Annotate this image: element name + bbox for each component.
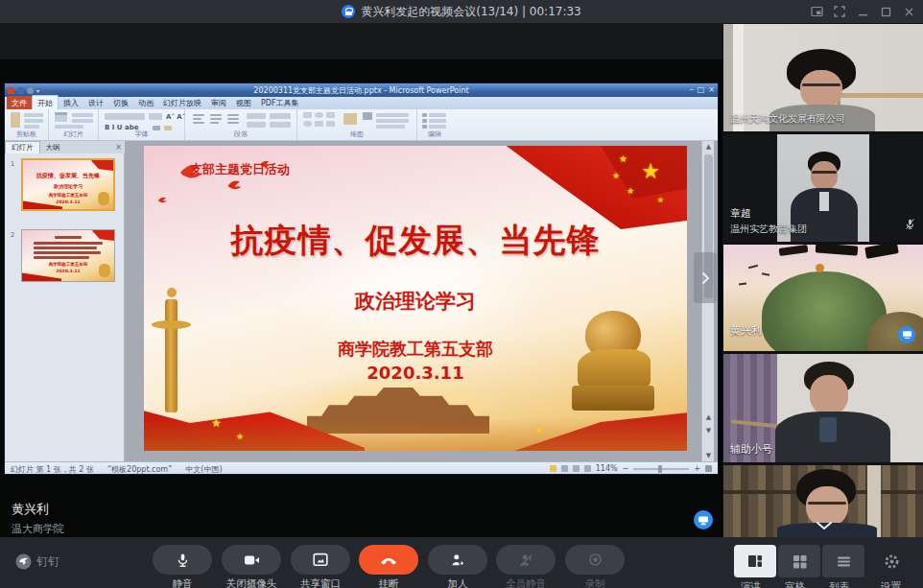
participant-tile-3-active-sharing[interactable]: 黄兴利 bbox=[723, 245, 923, 351]
view-grid-label: 宫格 bbox=[785, 580, 805, 588]
participant-tile-5[interactable] bbox=[723, 465, 923, 537]
fullscreen-icon[interactable] bbox=[833, 5, 846, 18]
mute-all-button[interactable]: 全员静音 bbox=[491, 545, 560, 588]
speaker-name: 黄兴利 bbox=[12, 501, 64, 518]
close-icon[interactable] bbox=[902, 5, 915, 18]
ppt-minimize-icon[interactable]: – bbox=[690, 84, 694, 95]
normal-view-icon[interactable] bbox=[550, 465, 556, 472]
mute-all-icon bbox=[518, 553, 533, 568]
lock-icon bbox=[342, 5, 355, 18]
scroll-down-icon[interactable]: ▼ bbox=[702, 450, 715, 461]
language-indicator: 中文(中国) bbox=[185, 464, 222, 475]
sidebar-collapse-handle[interactable] bbox=[694, 252, 717, 303]
dingtalk-logo-icon bbox=[15, 553, 32, 570]
slide-thumbnail-1[interactable]: 抗疫情、促发展、当先锋 政治理论学习 商学院教工第五支部 2020.3.11 bbox=[21, 158, 115, 211]
ppt-maximize-icon[interactable]: □ bbox=[698, 84, 705, 95]
tab-file[interactable]: 文件 bbox=[7, 96, 32, 109]
tab-view[interactable]: 视图 bbox=[231, 96, 256, 109]
speaker-view-icon bbox=[747, 554, 763, 568]
slide-department-text: 商学院教工第五支部 bbox=[144, 338, 687, 361]
more-participants-chevron-icon[interactable] bbox=[815, 517, 834, 535]
active-speaker-label: 黄兴利 温大商学院 bbox=[12, 501, 64, 536]
hangup-button[interactable]: 挂断 bbox=[354, 545, 423, 588]
ribbon-group-font: A˄ A˅ B I U abe 字体 bbox=[99, 109, 185, 140]
view-list-button[interactable] bbox=[822, 545, 864, 577]
reading-view-icon[interactable] bbox=[573, 465, 580, 472]
ribbon-group-slides: 幻灯片 bbox=[49, 109, 99, 140]
share-window-button[interactable]: 共享窗口 bbox=[286, 545, 355, 588]
participant-name: 辅助小号 bbox=[730, 442, 772, 457]
slide-number-2: 2 bbox=[11, 231, 14, 239]
view-grid-button[interactable] bbox=[778, 545, 820, 577]
shared-desktop-band bbox=[0, 23, 722, 59]
bottom-toolbar: 钉钉 静音 关闭摄像头 共享窗口 挂断 bbox=[0, 537, 923, 588]
fit-window-icon[interactable] bbox=[705, 465, 712, 472]
next-slide-icon[interactable]: ▼ bbox=[702, 425, 715, 436]
tab-pdf-tools[interactable]: PDF工具集 bbox=[256, 96, 304, 109]
ribbon-group-paragraph: 段落 bbox=[185, 109, 297, 140]
tab-design[interactable]: 设计 bbox=[83, 96, 108, 109]
slide-date-text: 2020.3.11 bbox=[144, 363, 687, 383]
participant-tile-2[interactable]: 章超 温州实艺教育集团 bbox=[723, 134, 923, 242]
ppt-status-bar: 幻灯片 第 1 张，共 2 张 “模板20ppt.com” 中文(中国) 114… bbox=[5, 461, 718, 474]
record-button[interactable]: 录制 bbox=[560, 545, 629, 588]
slide-counter: 幻灯片 第 1 张，共 2 张 bbox=[11, 464, 94, 475]
microphone-icon bbox=[176, 553, 190, 568]
tab-home[interactable]: 开始 bbox=[32, 95, 59, 109]
settings-button[interactable] bbox=[879, 549, 904, 574]
view-speaker-label: 演讲 bbox=[741, 580, 761, 588]
slides-panel: 幻灯片 大纲 × 1 抗疫情、促发展、当先锋 政治理论学习 商学院教工第五支部 … bbox=[5, 141, 125, 461]
theme-name: “模板20ppt.com” bbox=[107, 464, 172, 475]
ribbon-group-editing: 编辑 bbox=[417, 109, 452, 140]
tab-insert[interactable]: 插入 bbox=[59, 96, 83, 109]
settings-label: 设置 bbox=[881, 580, 901, 588]
participant-org: 温州实艺教育集团 bbox=[730, 223, 807, 236]
tab-slideshow[interactable]: 幻灯片放映 bbox=[158, 96, 206, 109]
meeting-title: 黄兴利发起的视频会议(13/14) | 00:17:33 bbox=[361, 4, 581, 20]
golden-lion-graphic bbox=[572, 311, 654, 411]
slide-thumbnail-2[interactable]: 商学院教工第五支部 2020.3.11 bbox=[21, 229, 115, 282]
slide-canvas: ★ ★ ★ ★ ★ bbox=[125, 141, 718, 461]
slide-subtitle-text: 政治理论学习 bbox=[144, 288, 687, 315]
view-list-label: 列表 bbox=[829, 580, 849, 588]
mute-button[interactable]: 静音 bbox=[148, 545, 217, 588]
sorter-view-icon[interactable] bbox=[561, 465, 568, 472]
screen-share-icon bbox=[694, 510, 713, 529]
zoom-out-icon[interactable]: − bbox=[623, 464, 629, 473]
slide-badge-text: 支部主题党日活动 bbox=[190, 161, 290, 178]
minimize-icon[interactable] bbox=[856, 5, 869, 18]
add-person-button[interactable]: 加人 bbox=[423, 545, 492, 588]
pip-mode-icon[interactable] bbox=[810, 5, 823, 18]
camera-off-button[interactable]: 关闭摄像头 bbox=[217, 545, 286, 588]
participant-label: 温州天鸿文化发展有限公司 bbox=[730, 112, 845, 126]
tab-transitions[interactable]: 切换 bbox=[108, 96, 133, 109]
participant-tile-1[interactable]: 温州天鸿文化发展有限公司 bbox=[723, 24, 923, 131]
ribbon-tab-bar: 文件 开始 插入 设计 切换 动画 幻灯片放映 审阅 视图 PDF工具集 bbox=[5, 97, 718, 109]
view-speaker-button[interactable] bbox=[734, 545, 776, 577]
participant-name: 章超 bbox=[730, 206, 807, 221]
camera-icon bbox=[244, 553, 260, 567]
panel-tab-slides[interactable]: 幻灯片 bbox=[5, 141, 40, 153]
zoom-in-icon[interactable]: + bbox=[694, 464, 700, 473]
slideshow-view-icon[interactable] bbox=[584, 465, 591, 472]
zoom-slider[interactable] bbox=[633, 468, 689, 470]
previous-slide-icon[interactable]: ▲ bbox=[702, 412, 715, 423]
maximize-icon[interactable] bbox=[879, 5, 892, 18]
meeting-window: 黄兴利发起的视频会议(13/14) | 00:17:33 bbox=[0, 0, 923, 588]
participant-tile-4[interactable]: 辅助小号 bbox=[723, 354, 923, 462]
tab-animations[interactable]: 动画 bbox=[133, 96, 158, 109]
slide-number-1: 1 bbox=[11, 160, 14, 168]
ribbon-group-drawing: 绘图 bbox=[297, 109, 417, 140]
tab-review[interactable]: 审阅 bbox=[206, 96, 231, 109]
powerpoint-titlebar: ▾ 20200311党支部主题党日活动.pptx - Microsoft Pow… bbox=[5, 83, 718, 97]
titlebar: 黄兴利发起的视频会议(13/14) | 00:17:33 bbox=[0, 0, 923, 23]
ppt-close-icon[interactable]: × bbox=[708, 84, 715, 95]
gear-icon bbox=[884, 553, 900, 570]
dingtalk-brand: 钉钉 bbox=[15, 553, 59, 570]
scroll-up-icon[interactable]: ▲ bbox=[702, 141, 715, 153]
ribbon-group-clipboard: 剪贴板 bbox=[5, 109, 49, 140]
powerpoint-window: ▾ 20200311党支部主题党日活动.pptx - Microsoft Pow… bbox=[5, 83, 718, 474]
slide-title-text: 抗疫情、促发展、当先锋 bbox=[144, 219, 687, 263]
panel-tab-outline[interactable]: 大纲 bbox=[40, 142, 66, 153]
panel-close-icon[interactable]: × bbox=[115, 143, 122, 152]
